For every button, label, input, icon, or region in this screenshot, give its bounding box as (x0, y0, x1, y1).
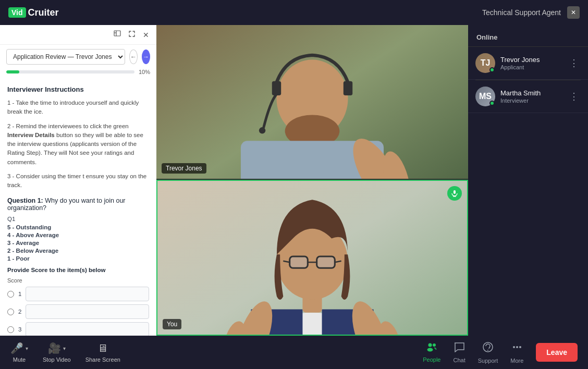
stop-video-label: Stop Video (43, 356, 71, 363)
instruction-1: 1 - Take the time to introduce yourself … (7, 99, 149, 117)
close-button[interactable]: ✕ (567, 6, 580, 19)
progress-percent: 10% (139, 69, 150, 75)
score-label-2: 2 (18, 309, 21, 315)
progress-bar (6, 70, 134, 73)
score-radio-3[interactable] (7, 326, 14, 333)
martha-menu-button[interactable]: ⋮ (567, 90, 581, 103)
question-title: Question 1: Why do you want to join our … (7, 197, 149, 212)
camera-icon: 🎥 (48, 342, 61, 354)
rating-label: Q1 (7, 216, 149, 222)
mute-button[interactable]: 🎤 ▾ Mute (10, 342, 28, 363)
support-icon (482, 341, 494, 355)
svg-point-37 (519, 346, 521, 348)
martha-role: Interviewer (500, 97, 562, 104)
people-tab-label: People (423, 356, 440, 363)
tab-people[interactable]: People (423, 342, 440, 363)
main-content: ✕ Application Review — Trevor Jones ← → … (0, 25, 588, 336)
rating-list: 5 - Outstanding 4 - Above Average 3 - Av… (7, 224, 149, 262)
svg-rect-18 (290, 256, 308, 268)
svg-point-8 (259, 127, 265, 133)
martha-online-dot (489, 101, 495, 106)
panel-close-button[interactable]: ✕ (141, 30, 151, 40)
score-radio-1[interactable] (7, 291, 14, 298)
score-input-2[interactable] (26, 304, 149, 319)
top-bar: Vid Cruiter Technical Support Agent ✕ (0, 0, 588, 25)
trevor-online-dot (489, 67, 495, 72)
trevor-info: Trevor Jones Applicant (500, 56, 562, 70)
trevor-avatar-wrap: TJ (475, 53, 495, 73)
share-screen-label: Share Screen (85, 356, 120, 363)
video-icon-row: 🎥 ▾ (48, 342, 66, 354)
progress-row: 10% (0, 69, 156, 79)
mute-icon-row: 🎤 ▾ (10, 342, 28, 354)
score-label-1: 1 (18, 291, 21, 297)
svg-rect-27 (454, 190, 456, 194)
more-icon (511, 341, 523, 355)
forward-nav-button[interactable]: → (142, 50, 150, 64)
score-radio-2[interactable] (7, 309, 14, 315)
share-screen-button[interactable]: 🖥 Share Screen (85, 342, 120, 363)
interviewer-instructions-title: Interviewer Instructions (7, 85, 149, 93)
score-option-1[interactable]: 1 (7, 287, 149, 301)
screen-icon: 🖥 (97, 342, 108, 354)
expand-button[interactable] (126, 29, 138, 40)
svg-point-36 (516, 346, 518, 348)
svg-point-30 (428, 343, 432, 347)
trevor-name-tag: Trevor Jones (162, 163, 206, 174)
martha-avatar-wrap: MS (475, 87, 495, 106)
panel-toolbar: ✕ (0, 25, 156, 45)
score-radio-group: 1 2 3 4 (7, 287, 149, 336)
person-item-trevor[interactable]: TJ Trevor Jones Applicant ⋮ (468, 47, 588, 80)
logo-cruiter: Cruiter (28, 7, 59, 18)
svg-rect-0 (114, 31, 120, 36)
score-option-2[interactable]: 2 (7, 304, 149, 319)
svg-point-34 (487, 350, 488, 351)
leave-button[interactable]: Leave (536, 343, 578, 362)
logo-vid: Vid (8, 7, 26, 18)
trevor-name: Trevor Jones (500, 56, 562, 64)
right-panel: Online TJ Trevor Jones Applicant ⋮ MS Ma… (468, 25, 588, 336)
video-chevron-icon: ▾ (63, 346, 66, 351)
score-input-1[interactable] (26, 287, 149, 301)
review-select[interactable]: Application Review — Trevor Jones (6, 49, 125, 65)
martha-name: Martha Smith (500, 89, 562, 97)
bottom-right-tabs: People Chat Support More Leave (423, 341, 578, 364)
svg-point-32 (433, 343, 436, 347)
video-grid: Trevor Jones (156, 25, 468, 336)
online-header: Online (468, 25, 588, 47)
score-option-3[interactable]: 3 (7, 322, 149, 336)
tab-more[interactable]: More (510, 341, 523, 364)
bottom-controls: 🎤 ▾ Mute 🎥 ▾ Stop Video 🖥 Share Screen (10, 342, 120, 363)
score-section-label: Provide Score to the item(s) below (7, 267, 149, 273)
people-icon (426, 342, 437, 354)
share-icon-button[interactable] (112, 29, 123, 40)
share-icon-row: 🖥 (97, 342, 108, 354)
score-input-3[interactable] (26, 322, 149, 336)
video-cell-trevor: Trevor Jones (156, 25, 468, 179)
person-item-martha[interactable]: MS Martha Smith Interviewer ⋮ (468, 80, 588, 113)
rating-2: 2 - Below Average (7, 248, 149, 254)
microphone-icon: 🎤 (10, 342, 23, 354)
panel-body: Interviewer Instructions 1 - Take the ti… (0, 79, 156, 336)
rating-5: 5 - Outstanding (7, 224, 149, 230)
martha-info: Martha Smith Interviewer (500, 89, 562, 104)
progress-fill (6, 70, 19, 73)
rating-4: 4 - Above Average (7, 232, 149, 238)
svg-point-31 (427, 348, 433, 351)
mic-active-badge (447, 186, 462, 201)
trevor-role: Applicant (500, 64, 562, 70)
chat-icon (454, 342, 465, 355)
left-panel: ✕ Application Review — Trevor Jones ← → … (0, 25, 156, 336)
tab-support[interactable]: Support (478, 341, 498, 364)
video-cell-you: You (156, 180, 468, 336)
stop-video-button[interactable]: 🎥 ▾ Stop Video (43, 342, 71, 363)
instruction-3: 3 - Consider using the timer t ensure yo… (7, 172, 149, 190)
mute-label: Mute (13, 356, 26, 363)
trevor-menu-button[interactable]: ⋮ (567, 56, 581, 70)
rating-3: 3 - Average (7, 240, 149, 246)
job-title: Technical Support Agent (482, 8, 561, 17)
instruction-2: 2 - Remind the interviewees to click the… (7, 122, 149, 167)
mute-chevron-icon: ▾ (26, 346, 28, 351)
tab-chat[interactable]: Chat (453, 342, 465, 363)
back-nav-button[interactable]: ← (129, 50, 138, 64)
